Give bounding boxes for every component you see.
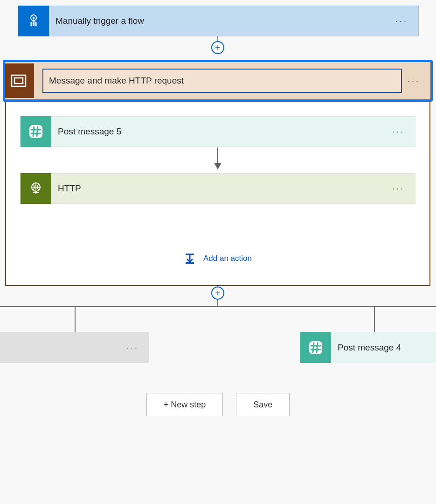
branch-connector-right: [374, 306, 375, 332]
branch-connector-left: [75, 306, 76, 332]
bottom-buttons: + New step Save: [0, 393, 436, 416]
step-more-menu[interactable]: ···: [392, 127, 415, 137]
step-more-menu[interactable]: ···: [392, 184, 415, 194]
manual-trigger-icon: [18, 6, 49, 36]
slack-hash-icon: [21, 116, 51, 147]
add-step-button[interactable]: +: [211, 287, 224, 300]
new-step-button[interactable]: + New step: [146, 393, 223, 416]
trigger-card[interactable]: Manually trigger a flow ···: [18, 6, 419, 36]
branch-right-card[interactable]: Post message 4: [300, 332, 436, 363]
branch-line: [0, 306, 436, 307]
branch-left-card[interactable]: ···: [0, 332, 149, 363]
branch-left-more-menu[interactable]: ···: [126, 343, 149, 353]
add-step-button[interactable]: +: [211, 41, 224, 54]
save-button[interactable]: Save: [236, 393, 290, 416]
step-post-message-5[interactable]: Post message 5 ···: [20, 116, 415, 147]
slack-hash-icon: [300, 332, 331, 363]
scope-selection-outline: [3, 60, 433, 102]
insert-action-icon: [184, 252, 196, 265]
svg-rect-6: [309, 341, 322, 354]
add-action-button[interactable]: Add an action: [6, 252, 429, 265]
trigger-more-menu[interactable]: ···: [395, 16, 418, 26]
svg-rect-4: [29, 125, 42, 138]
connector-arrow: [217, 147, 218, 169]
step-title: Post message 5: [51, 126, 392, 137]
step-http[interactable]: HTTP ···: [20, 173, 415, 204]
add-action-label: Add an action: [203, 254, 252, 263]
scope-body: Post message 5 ··· HTTP ··· Add an actio…: [5, 99, 430, 286]
branch-right-title: Post message 4: [331, 343, 436, 353]
svg-point-1: [33, 17, 35, 19]
globe-icon: [21, 173, 51, 204]
step-title: HTTP: [51, 183, 392, 194]
trigger-title: Manually trigger a flow: [49, 16, 395, 26]
